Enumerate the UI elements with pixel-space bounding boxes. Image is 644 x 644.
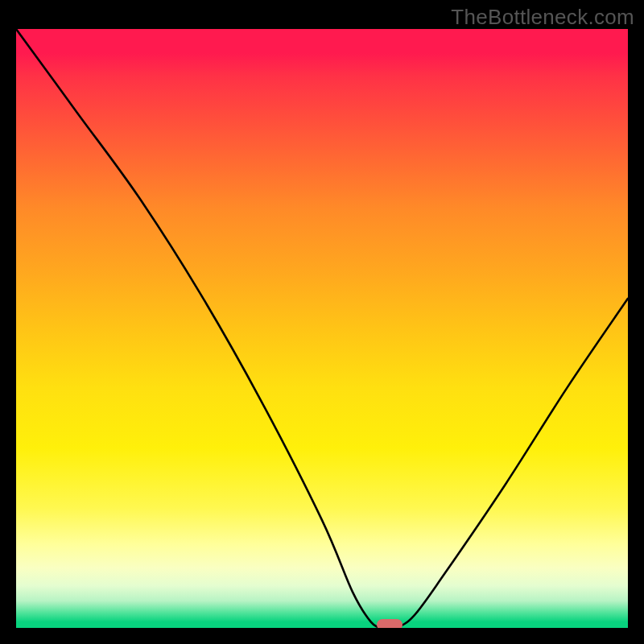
- bottleneck-curve-svg: [16, 29, 628, 628]
- optimal-point-marker: [377, 619, 402, 628]
- plot-area: [16, 29, 628, 628]
- bottleneck-curve: [16, 29, 628, 628]
- chart-frame: TheBottleneck.com: [0, 0, 644, 644]
- watermark-text: TheBottleneck.com: [451, 5, 634, 30]
